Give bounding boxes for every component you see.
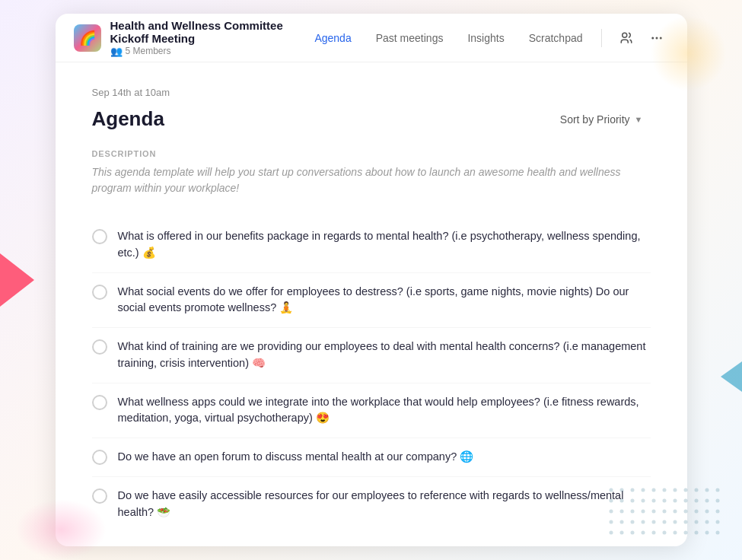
bg-yellow-blob [651, 15, 727, 91]
date-label: Sep 14th at 10am [92, 87, 651, 98]
content-area: Sep 14th at 10am Agenda Sort by Priority… [56, 62, 687, 546]
bg-pink-blob [15, 499, 107, 560]
app-logo: 🌈 [74, 24, 101, 52]
svg-point-41 [695, 520, 699, 524]
svg-point-2 [631, 488, 635, 492]
nav-scratchpad[interactable]: Scratchpad [517, 26, 595, 50]
agenda-item: What social events do we offer for emplo… [92, 273, 651, 329]
svg-point-5 [663, 488, 667, 492]
svg-point-12 [620, 499, 624, 503]
members-icon: 👥 [110, 46, 123, 57]
svg-point-42 [705, 520, 709, 524]
agenda-item-text: What is offered in our benefits package … [118, 228, 651, 262]
nav-insights[interactable]: Insights [455, 26, 516, 50]
agenda-item: What kind of training are we providing o… [92, 328, 651, 383]
svg-point-11 [610, 499, 613, 503]
agenda-item: What wellness apps could we integrate in… [92, 383, 651, 439]
svg-point-22 [610, 510, 613, 514]
svg-point-3 [642, 488, 645, 492]
header-subtitle: 👥 5 Members [110, 46, 303, 57]
svg-point-49 [663, 531, 667, 535]
svg-point-50 [674, 531, 677, 535]
agenda-item-checkbox[interactable] [92, 395, 107, 410]
main-card: 🌈 Health and Wellness Committee Kickoff … [56, 14, 687, 546]
nav-divider [601, 29, 602, 47]
svg-point-44 [610, 531, 613, 535]
main-nav: Agenda Past meetings Insights Scratchpad [302, 26, 594, 50]
svg-point-13 [631, 499, 635, 503]
svg-point-36 [642, 520, 645, 524]
agenda-item-text: What kind of training are we providing o… [118, 339, 651, 372]
svg-point-1 [620, 488, 624, 492]
svg-point-48 [652, 531, 656, 535]
agenda-item-text: Do we have easily accessible resources f… [118, 488, 651, 521]
svg-point-9 [705, 488, 709, 492]
svg-point-18 [684, 499, 688, 503]
agenda-item-checkbox[interactable] [92, 285, 107, 300]
svg-point-31 [705, 510, 709, 514]
svg-point-20 [705, 499, 709, 503]
bg-triangle-left [0, 253, 34, 307]
agenda-item-checkbox[interactable] [92, 339, 107, 355]
svg-point-0 [610, 488, 613, 492]
svg-point-32 [716, 510, 720, 514]
svg-point-29 [684, 510, 688, 514]
svg-point-30 [695, 510, 699, 514]
header-title-block: Health and Wellness Committee Kickoff Me… [110, 19, 303, 57]
agenda-item-checkbox[interactable] [92, 229, 107, 244]
svg-point-7 [684, 488, 688, 492]
svg-point-35 [631, 520, 635, 524]
svg-point-25 [642, 510, 645, 514]
nav-agenda[interactable]: Agenda [302, 26, 363, 50]
agenda-item: Do we have an open forum to discuss ment… [92, 438, 651, 477]
agenda-item-checkbox[interactable] [92, 450, 107, 465]
svg-point-10 [716, 488, 720, 492]
svg-point-45 [620, 531, 624, 535]
sort-label: Sort by Priority [560, 113, 630, 126]
svg-point-52 [695, 531, 699, 535]
svg-point-17 [674, 499, 677, 503]
svg-point-24 [631, 510, 635, 514]
svg-point-53 [705, 531, 709, 535]
svg-point-14 [642, 499, 645, 503]
sort-chevron-icon: ▼ [635, 115, 643, 124]
svg-point-19 [695, 499, 699, 503]
dot-grid [605, 484, 727, 545]
agenda-item-text: Do we have an open forum to discuss ment… [118, 449, 474, 466]
svg-point-15 [652, 499, 656, 503]
agenda-item: Do we have easily accessible resources f… [92, 477, 651, 532]
svg-point-26 [652, 510, 656, 514]
bg-triangle-right [721, 361, 742, 392]
nav-past-meetings[interactable]: Past meetings [364, 26, 456, 50]
svg-point-37 [652, 520, 656, 524]
header: 🌈 Health and Wellness Committee Kickoff … [56, 14, 687, 62]
svg-point-55 [622, 33, 626, 37]
meeting-title: Health and Wellness Committee Kickoff Me… [110, 19, 303, 45]
svg-point-38 [663, 520, 667, 524]
content-header: Agenda Sort by Priority ▼ [92, 107, 651, 131]
svg-point-4 [652, 488, 656, 492]
svg-point-43 [716, 520, 720, 524]
svg-point-54 [716, 531, 720, 535]
svg-point-34 [620, 520, 624, 524]
svg-point-23 [620, 510, 624, 514]
svg-point-6 [674, 488, 677, 492]
svg-point-47 [642, 531, 645, 535]
svg-point-46 [631, 531, 635, 535]
agenda-item-text: What wellness apps could we integrate in… [118, 394, 651, 428]
description-label: DESCRIPTION [92, 149, 651, 158]
svg-point-39 [674, 520, 677, 524]
members-label: 5 Members [126, 46, 171, 56]
description-text: This agenda template will help you start… [92, 164, 651, 196]
svg-point-8 [695, 488, 699, 492]
sort-by-priority-button[interactable]: Sort by Priority ▼ [553, 109, 651, 130]
svg-point-51 [684, 531, 688, 535]
people-button[interactable] [614, 26, 639, 50]
agenda-item-text: What social events do we offer for emplo… [118, 284, 651, 317]
svg-point-16 [663, 499, 667, 503]
svg-point-33 [610, 520, 613, 524]
svg-point-21 [716, 499, 720, 503]
agenda-heading: Agenda [92, 107, 164, 131]
svg-point-40 [684, 520, 688, 524]
agenda-list: What is offered in our benefits package … [92, 218, 651, 531]
